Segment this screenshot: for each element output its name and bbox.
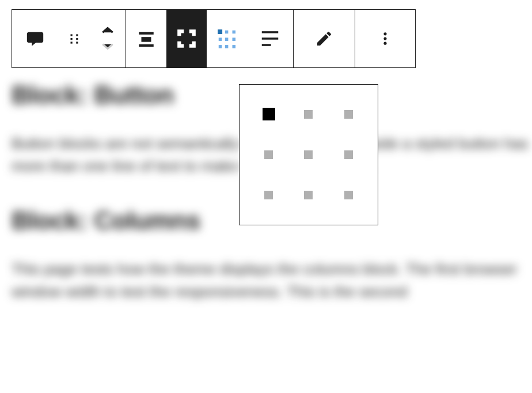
svg-point-22: [383, 37, 386, 40]
position-indicator: [344, 150, 353, 159]
drag-handle[interactable]: [58, 10, 90, 67]
position-indicator: [304, 150, 313, 159]
more-options-button[interactable]: [355, 10, 415, 67]
pencil-icon: [315, 29, 333, 48]
drag-icon: [67, 31, 82, 46]
svg-rect-12: [219, 37, 222, 41]
grid-position-icon: [216, 28, 238, 50]
position-indicator: [304, 110, 313, 119]
svg-rect-8: [139, 44, 154, 47]
justify-left-icon: [259, 28, 281, 50]
svg-point-23: [383, 42, 386, 45]
svg-rect-16: [225, 45, 229, 48]
more-vertical-icon: [377, 31, 393, 47]
svg-rect-5: [76, 41, 78, 43]
toolbar-group-edit: [294, 10, 355, 67]
svg-rect-10: [225, 31, 229, 34]
chevron-up-icon: [100, 26, 115, 35]
edit-button[interactable]: [294, 10, 355, 67]
fullscreen-icon: [176, 28, 197, 50]
svg-rect-6: [139, 32, 154, 35]
svg-rect-9: [218, 29, 222, 34]
content-position-popup: [239, 84, 378, 225]
align-center-icon: [136, 29, 156, 48]
block-toolbar: [12, 9, 416, 68]
svg-rect-14: [233, 37, 236, 41]
position-bottom-center[interactable]: [300, 187, 317, 204]
svg-rect-0: [70, 34, 72, 36]
svg-rect-11: [233, 31, 236, 34]
position-center-right[interactable]: [340, 146, 357, 163]
position-indicator: [304, 191, 313, 199]
toolbar-group-more: [355, 10, 415, 67]
position-center-left[interactable]: [260, 146, 277, 163]
content-paragraph: This page tests how the theme displays t…: [12, 258, 532, 303]
svg-rect-1: [76, 34, 78, 36]
position-top-left[interactable]: [260, 105, 277, 123]
toolbar-group-align: [126, 10, 294, 67]
svg-rect-2: [70, 38, 72, 40]
toolbar-group-block: [12, 10, 126, 67]
move-down-button[interactable]: [100, 42, 115, 51]
position-indicator: [344, 191, 353, 199]
svg-rect-17: [233, 45, 236, 48]
block-movers: [90, 10, 126, 67]
position-top-right[interactable]: [340, 105, 357, 123]
position-indicator: [263, 108, 275, 120]
position-indicator: [344, 110, 353, 119]
position-center-center[interactable]: [300, 146, 317, 163]
comment-icon: [25, 29, 45, 48]
full-width-button[interactable]: [166, 10, 207, 67]
position-bottom-right[interactable]: [340, 187, 357, 204]
position-indicator: [264, 150, 273, 159]
align-button[interactable]: [126, 10, 166, 67]
svg-rect-3: [76, 38, 78, 40]
svg-rect-15: [219, 45, 222, 48]
position-top-center[interactable]: [300, 105, 317, 123]
block-type-button[interactable]: [12, 10, 58, 67]
chevron-down-icon: [100, 42, 115, 51]
move-up-button[interactable]: [100, 26, 115, 35]
svg-rect-7: [142, 37, 151, 42]
position-indicator: [264, 191, 273, 199]
svg-rect-4: [70, 41, 72, 43]
svg-point-21: [383, 32, 386, 35]
justify-button[interactable]: [247, 10, 293, 67]
svg-rect-13: [225, 37, 229, 41]
content-position-button[interactable]: [207, 10, 247, 67]
position-bottom-left[interactable]: [260, 187, 277, 204]
